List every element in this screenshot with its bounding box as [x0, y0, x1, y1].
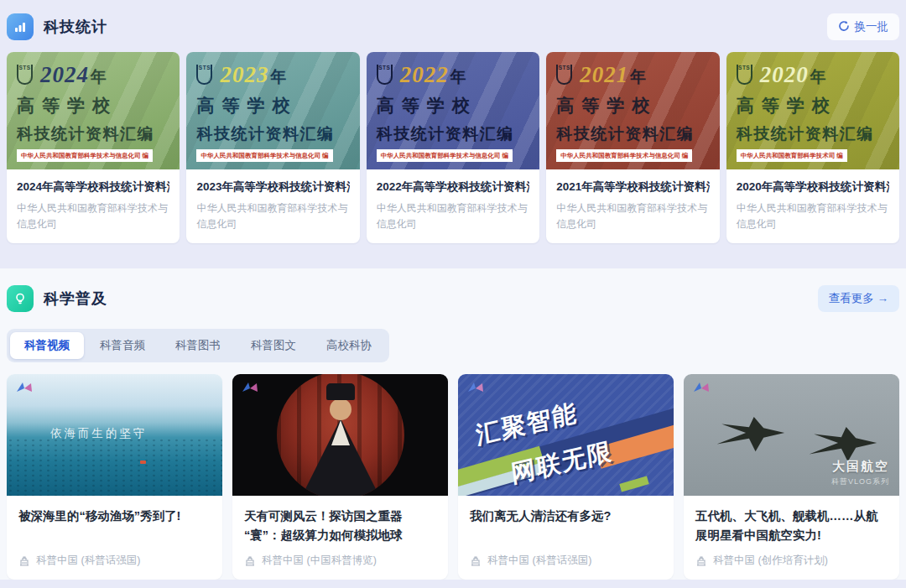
- book-subtitle: 中华人民共和国教育部科学技术与信息化司: [377, 200, 529, 232]
- sts-logo-icon: STS: [17, 65, 33, 85]
- book-cover-2022: STS 2022年 高等学校 科技统计资料汇编 中华人民共和国教育部科学技术与信…: [367, 52, 539, 169]
- cover-year: 2024年: [40, 62, 107, 88]
- videos-row: 依海而生的坚守 被深海里的“移动渔场”秀到了! 科普中国 (科普话强国): [7, 374, 899, 580]
- cover-year: 2023年: [220, 62, 286, 88]
- video-card-aviation-power[interactable]: 大国航空 科普VLOG系列 五代机、大飞机、舰载机……从航展明星看中国航空实力!…: [684, 374, 899, 580]
- bar-chart-icon: [7, 13, 34, 40]
- stats-section: 科技统计 换一批 STS 2024年 高等学校 科技统计资料汇编 中华人民共和国…: [0, 0, 906, 268]
- caption-main: 大国航空: [831, 459, 889, 475]
- sts-logo-icon: STS: [377, 65, 393, 85]
- video-title: 被深海里的“移动渔场”秀到了!: [18, 507, 211, 545]
- book-subtitle: 中华人民共和国教育部科学技术与信息化司: [737, 200, 889, 232]
- book-title: 2022年高等学校科技统计资料汇编: [377, 180, 529, 195]
- science-section: 科学普及 查看更多 → 科普视频 科普音频 科普图书 科普图文 高校科协 依海而…: [0, 268, 906, 580]
- science-section-header: 科学普及 查看更多 →: [7, 280, 899, 317]
- lightbulb-icon: [7, 285, 34, 312]
- video-card-body: 天有可测风云！探访国之重器“寰”：超级算力如何模拟地球 科普中国 (中国科普博览…: [232, 496, 448, 580]
- book-title: 2021年高等学校科技统计资料汇编: [556, 180, 709, 195]
- book-cover-2021: STS 2021年 高等学校 科技统计资料汇编 中华人民共和国教育部科学技术与信…: [546, 52, 719, 169]
- book-subtitle: 中华人民共和国教育部科学技术与信息化司: [17, 200, 169, 232]
- cover-line1: 高等学校: [196, 94, 349, 117]
- video-source: 科普中国 (中国科普博览): [244, 545, 436, 568]
- poster-band: [619, 476, 648, 492]
- cover-line2: 科技统计资料汇编: [737, 123, 889, 145]
- refresh-icon: [838, 20, 850, 34]
- fighter-jet-icon: [707, 413, 788, 456]
- video-thumbnail-jets: 大国航空 科普VLOG系列: [684, 374, 899, 496]
- cover-line2: 科技统计资料汇编: [196, 123, 349, 145]
- cover-year: 2020年: [760, 62, 826, 88]
- cover-line2: 科技统计资料汇编: [17, 123, 169, 145]
- video-card-unmanned-cleaning[interactable]: 汇聚智能 网联无限 我们离无人清洁还有多远? 科普中国 (科普话强国): [458, 374, 674, 580]
- tab-kepu-articles[interactable]: 科普图文: [237, 332, 310, 359]
- book-cover-2023: STS 2023年 高等学校 科技统计资料汇编 中华人民共和国教育部科学技术与信…: [186, 52, 359, 169]
- video-title: 五代机、大飞机、舰载机……从航展明星看中国航空实力!: [695, 507, 888, 545]
- science-section-title: 科学普及: [44, 289, 107, 309]
- cover-line1: 高等学校: [17, 94, 169, 117]
- book-card-body: 2024年高等学校科技统计资料汇编 中华人民共和国教育部科学技术与信息化司: [7, 169, 180, 243]
- book-title: 2020年高等学校科技统计资料汇编: [737, 180, 889, 195]
- video-source-label: 科普中国 (创作培育计划): [713, 554, 828, 568]
- book-title: 2024年高等学校科技统计资料汇编: [17, 180, 169, 195]
- book-card-2023[interactable]: STS 2023年 高等学校 科技统计资料汇编 中华人民共和国教育部科学技术与信…: [186, 52, 359, 243]
- kepu-china-logo: [241, 381, 259, 398]
- book-subtitle: 中华人民共和国教育部科学技术与信息化司: [196, 200, 349, 232]
- cover-line2: 科技统计资料汇编: [377, 123, 529, 145]
- video-title: 天有可测风云！探访国之重器“寰”：超级算力如何模拟地球: [244, 507, 436, 545]
- video-source-label: 科普中国 (科普话强国): [36, 554, 140, 568]
- scholar-hat: [326, 383, 355, 400]
- cover-line1: 高等学校: [377, 94, 529, 117]
- video-card-body: 被深海里的“移动渔场”秀到了! 科普中国 (科普话强国): [7, 496, 222, 580]
- cover-publisher-strip: 中华人民共和国教育部科学技术与信息化司 编: [196, 149, 332, 162]
- thumbnail-overlay-text: 依海而生的坚守: [50, 426, 148, 441]
- video-source: 科普中国 (科普话强国): [470, 545, 662, 568]
- cover-line1: 高等学校: [556, 94, 709, 117]
- tab-kepu-books[interactable]: 科普图书: [161, 332, 235, 359]
- book-cover-2024: STS 2024年 高等学校 科技统计资料汇编 中华人民共和国教育部科学技术与信…: [7, 52, 180, 169]
- video-card-weather-supercomputer[interactable]: 天有可测风云！探访国之重器“寰”：超级算力如何模拟地球 科普中国 (中国科普博览…: [232, 374, 448, 580]
- video-source-label: 科普中国 (中国科普博览): [262, 554, 377, 568]
- book-card-2024[interactable]: STS 2024年 高等学校 科技统计资料汇编 中华人民共和国教育部科学技术与信…: [7, 52, 180, 243]
- book-card-body: 2023年高等学校科技统计资料汇编 中华人民共和国教育部科学技术与信息化司: [186, 169, 359, 243]
- tab-kepu-video[interactable]: 科普视频: [10, 332, 84, 359]
- cover-year: 2022年: [400, 62, 466, 88]
- refresh-batch-label: 换一批: [855, 19, 889, 34]
- book-card-2020[interactable]: STS 2020年 高等学校 科技统计资料汇编 中华人民共和国教育部科学技术司 …: [726, 52, 899, 243]
- video-title: 我们离无人清洁还有多远?: [470, 507, 662, 545]
- book-title: 2023年高等学校科技统计资料汇编: [196, 180, 349, 195]
- view-more-label: 查看更多 →: [829, 291, 888, 306]
- video-thumbnail-poster: 汇聚智能 网联无限: [458, 374, 674, 496]
- video-source: 科普中国 (创作培育计划): [695, 545, 888, 568]
- tab-university-assoc[interactable]: 高校科协: [312, 332, 386, 359]
- cover-line2: 科技统计资料汇编: [556, 123, 709, 145]
- book-card-body: 2021年高等学校科技统计资料汇编 中华人民共和国教育部科学技术与信息化司: [546, 169, 719, 243]
- book-card-2021[interactable]: STS 2021年 高等学校 科技统计资料汇编 中华人民共和国教育部科学技术与信…: [546, 52, 719, 243]
- kepu-china-logo: [15, 381, 34, 398]
- kepu-china-logo: [692, 381, 711, 398]
- book-card-2022[interactable]: STS 2022年 高等学校 科技统计资料汇编 中华人民共和国教育部科学技术与信…: [367, 52, 539, 243]
- sts-logo-icon: STS: [737, 65, 752, 85]
- next-section-edge: [0, 580, 906, 588]
- cover-year: 2021年: [580, 62, 646, 88]
- refresh-batch-button[interactable]: 换一批: [827, 13, 900, 40]
- organization-icon: [470, 555, 482, 567]
- cover-publisher-strip: 中华人民共和国教育部科学技术与信息化司 编: [556, 149, 692, 162]
- book-card-body: 2022年高等学校科技统计资料汇编 中华人民共和国教育部科学技术与信息化司: [367, 169, 539, 243]
- video-thumbnail-scholar: [232, 374, 448, 496]
- caption-sub: 科普VLOG系列: [831, 476, 889, 487]
- video-card-ocean-farm[interactable]: 依海而生的坚守 被深海里的“移动渔场”秀到了! 科普中国 (科普话强国): [7, 374, 222, 580]
- stats-section-header: 科技统计 换一批: [7, 8, 899, 45]
- book-subtitle: 中华人民共和国教育部科学技术与信息化司: [556, 200, 709, 232]
- cover-line1: 高等学校: [737, 94, 889, 117]
- view-more-button[interactable]: 查看更多 →: [818, 285, 899, 312]
- circular-vignette: [277, 374, 404, 496]
- book-card-body: 2020年高等学校科技统计资料汇编 中华人民共和国教育部科学技术与信息化司: [726, 169, 899, 243]
- book-cover-2020: STS 2020年 高等学校 科技统计资料汇编 中华人民共和国教育部科学技术司 …: [726, 52, 899, 169]
- sts-logo-icon: STS: [556, 65, 572, 85]
- scholar-collar: [331, 420, 350, 445]
- tab-kepu-audio[interactable]: 科普音频: [86, 332, 159, 359]
- boat-dot: [140, 461, 146, 464]
- cover-publisher-strip: 中华人民共和国教育部科学技术与信息化司 编: [17, 149, 153, 162]
- video-card-body: 我们离无人清洁还有多远? 科普中国 (科普话强国): [458, 496, 674, 580]
- scholar-head: [330, 398, 351, 420]
